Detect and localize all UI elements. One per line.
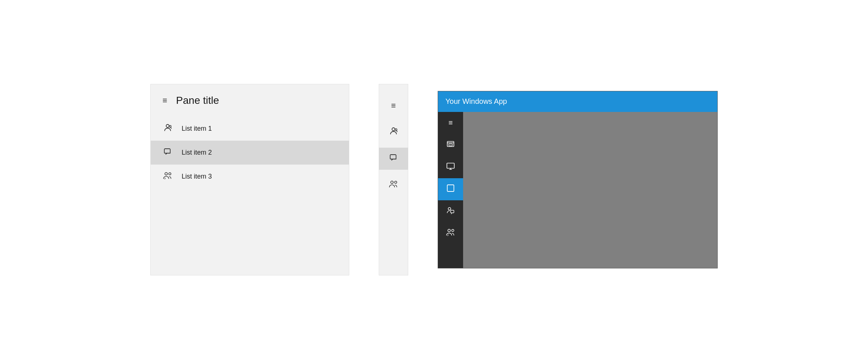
nav-expanded-panel: ≡ Pane title List item 1 [150,84,349,275]
nav-item-3[interactable]: List item 3 [151,165,349,189]
collapsed-item-3[interactable] [379,174,408,196]
svg-line-5 [165,178,165,179]
collapsed-hamburger[interactable]: ≡ [379,95,408,117]
collapsed-item-1[interactable] [379,121,408,143]
app-sidebar-people-chat[interactable] [438,200,463,222]
app-sidebar: ≡ [438,112,463,268]
collapsed-person-icon [389,127,398,138]
app-inbox-icon [446,140,455,150]
svg-rect-8 [390,155,396,159]
app-sidebar-rectangle[interactable] [438,178,463,200]
app-hamburger-icon: ≡ [448,119,453,127]
svg-point-1 [169,125,171,127]
app-screen-icon [446,162,455,172]
collapsed-chat-icon [389,153,398,164]
app-group-icon [446,228,455,239]
hamburger-icon[interactable]: ≡ [162,96,167,105]
nav-item-1-label: List item 1 [182,125,212,133]
svg-point-9 [391,181,393,183]
collapsed-hamburger-icon: ≡ [391,101,396,110]
nav-item-1[interactable]: List item 1 [151,117,349,141]
app-sidebar-inbox[interactable] [438,134,463,156]
svg-point-7 [395,129,397,130]
nav-item-2[interactable]: List item 2 [151,141,349,165]
app-title: Your Windows App [445,97,507,106]
svg-point-6 [392,128,395,131]
svg-point-20 [452,229,454,232]
nav-collapsed-panel: ≡ [379,84,408,275]
nav-header: ≡ Pane title [151,84,349,117]
svg-rect-12 [449,144,452,146]
nav-item-3-label: List item 3 [182,173,212,180]
app-sidebar-hamburger[interactable]: ≡ [438,112,463,134]
svg-point-0 [166,124,169,127]
windows-app: Your Windows App ≡ [438,91,718,268]
pane-title: Pane title [176,95,219,106]
app-body: ≡ [438,112,717,268]
svg-rect-18 [451,210,454,213]
app-rectangle-icon [447,184,455,194]
app-titlebar: Your Windows App [438,91,717,112]
people-icon [162,171,173,182]
app-content-area [463,112,717,268]
svg-point-3 [165,172,168,175]
collapsed-item-2[interactable] [379,148,408,170]
svg-line-21 [448,235,448,236]
nav-item-2-label: List item 2 [182,149,212,156]
svg-point-4 [169,173,171,175]
svg-rect-13 [447,163,454,168]
collapsed-people-icon [389,180,398,191]
svg-point-19 [448,229,451,232]
app-sidebar-group[interactable] [438,222,463,244]
svg-rect-16 [447,185,454,191]
app-people-chat-icon [446,206,455,217]
svg-point-10 [395,181,397,183]
page-container: ≡ Pane title List item 1 [0,62,868,298]
svg-rect-2 [164,149,170,153]
svg-point-17 [448,208,451,210]
chat-icon [162,147,173,158]
person-icon [162,123,173,134]
app-sidebar-screen[interactable] [438,156,463,178]
